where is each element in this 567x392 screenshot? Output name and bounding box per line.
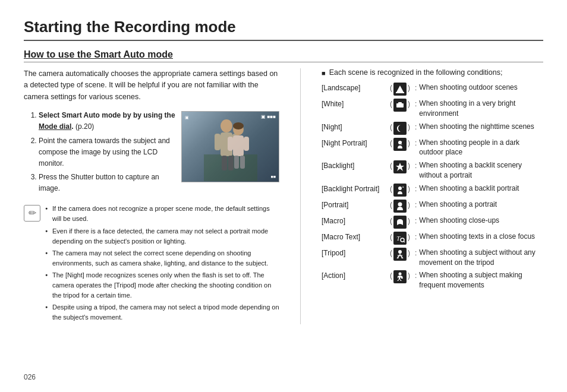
svg-text:T: T: [396, 235, 401, 242]
steps-section: Select Smart Auto mode by by using the M…: [24, 110, 279, 197]
scene-desc-macro: When shooting close-ups: [419, 216, 543, 226]
svg-rect-9: [228, 137, 233, 151]
scene-label-portrait: [Portrait]: [322, 200, 390, 210]
scene-row-night: [Night] ( ) : When shooting the nighttim…: [322, 122, 543, 135]
scene-desc-tripod: When shooting a subject without any move…: [419, 248, 543, 268]
scene-desc-backlight: When shooting a backlit scenery without …: [419, 160, 543, 181]
scene-desc-action: When shooting a subject making frequent …: [419, 270, 543, 290]
svg-marker-21: [402, 186, 404, 188]
svg-marker-19: [396, 163, 404, 171]
macro-text-icon: T: [393, 232, 407, 245]
right-column: Each scene is recognized in the followin…: [322, 68, 543, 324]
scene-row-landscape: [Landscape] ( ) : When shooting outdoor …: [322, 83, 543, 96]
svg-rect-10: [244, 137, 249, 151]
svg-rect-11: [234, 156, 239, 169]
svg-rect-17: [398, 102, 402, 105]
night-icon: [393, 122, 407, 135]
scene-label-backlight-portrait: [Backlight Portrait]: [322, 184, 390, 194]
note-item: The camera may not select the correct sc…: [45, 248, 279, 268]
scene-desc-macro-text: When shooting texts in a close focus: [419, 232, 543, 242]
scene-label-white: [White]: [322, 99, 390, 109]
landscape-icon: [393, 83, 407, 96]
svg-line-25: [404, 241, 405, 242]
scene-label-tripod: [Tripod]: [322, 248, 390, 258]
svg-point-27: [399, 273, 402, 276]
camera-preview-image: ▣■■■: [181, 111, 279, 182]
scene-row-macro-text: [Macro Text] ( T ) : When shooting texts…: [322, 232, 543, 245]
left-column: The camera automatically chooses the app…: [24, 68, 279, 324]
scene-label-macro: [Macro]: [322, 216, 390, 226]
scene-row-portrait: [Portrait] ( ) : When shooting a portrai…: [322, 200, 543, 213]
scene-label-backlight: [Backlight]: [322, 160, 390, 171]
scene-desc-landscape: When shooting outdoor scenes: [419, 83, 543, 93]
backlight-icon: [393, 160, 407, 173]
scene-label-macro-text: [Macro Text]: [322, 232, 390, 242]
section-subtitle: How to use the Smart Auto mode: [24, 49, 543, 62]
step-2: Point the camera towards the subject and…: [39, 135, 175, 170]
svg-marker-14: [396, 86, 404, 92]
steps-list: Select Smart Auto mode by by using the M…: [30, 110, 175, 197]
step-3: Press the Shutter button to capture an i…: [39, 172, 175, 194]
action-icon: [393, 270, 407, 283]
svg-point-26: [398, 250, 402, 254]
scene-row-action: [Action] ( ) : When shooting a subject m…: [322, 270, 543, 290]
portrait-icon: [393, 200, 407, 213]
column-divider: [300, 68, 301, 324]
scene-row-white: [White] ( ) : When shooting in a very br…: [322, 99, 543, 119]
svg-rect-8: [233, 135, 244, 156]
scene-desc-portrait: When shooting a portrait: [419, 200, 543, 210]
svg-point-1: [220, 119, 232, 132]
scene-row-backlight-portrait: [Backlight Portrait] ( ) : When shooting…: [322, 184, 543, 197]
scene-row-tripod: [Tripod] ( ) : When shooting a subject w…: [322, 248, 543, 268]
macro-icon: [393, 216, 407, 229]
note-item: If the camera does not recognize a prope…: [45, 204, 279, 224]
scene-intro: Each scene is recognized in the followin…: [322, 68, 543, 77]
page-title: Starting the Recording mode: [24, 18, 543, 41]
svg-rect-6: [228, 156, 234, 170]
step-1: Select Smart Auto mode by by using the M…: [39, 110, 175, 132]
scene-label-landscape: [Landscape]: [322, 83, 390, 93]
svg-point-22: [398, 202, 402, 206]
note-item: The [Night] mode recognizes scenes only …: [45, 270, 279, 301]
note-icon: ✏: [24, 205, 40, 222]
svg-rect-5: [222, 156, 227, 170]
svg-point-13: [233, 122, 244, 129]
scene-label-night-portrait: [Night Portrait]: [322, 138, 390, 148]
intro-text: The camera automatically chooses the app…: [24, 68, 279, 103]
scene-desc-night: When shooting the nighttime scenes: [419, 122, 543, 132]
scene-table: [Landscape] ( ) : When shooting outdoor …: [322, 83, 543, 290]
night-portrait-icon: [393, 138, 407, 151]
svg-rect-3: [215, 134, 220, 150]
scene-row-night-portrait: [Night Portrait] ( ) : When shooting peo…: [322, 138, 543, 158]
note-list: If the camera does not recognize a prope…: [45, 204, 279, 324]
svg-point-20: [398, 186, 402, 190]
scene-label-action: [Action]: [322, 270, 390, 281]
svg-rect-12: [240, 156, 245, 169]
note-item: Even if there is a face detected, the ca…: [45, 226, 279, 246]
scene-row-backlight: [Backlight] ( ) : When shooting a backli…: [322, 160, 543, 181]
backlight-portrait-icon: [393, 184, 407, 197]
scene-desc-backlight-portrait: When shooting a backlit portrait: [419, 184, 543, 194]
scene-label-night: [Night]: [322, 122, 390, 132]
white-icon: [393, 99, 407, 112]
camera-ui-overlay: ▣■■■: [261, 114, 276, 119]
note-item: Despite using a tripod, the camera may n…: [45, 302, 279, 323]
tripod-icon: [393, 248, 407, 261]
scene-desc-night-portrait: When shooting people in a dark outdoor p…: [419, 138, 543, 158]
scene-desc-white: When shooting in a very bright environme…: [419, 99, 543, 119]
svg-rect-15: [396, 92, 404, 93]
note-box: ✏ If the camera does not recognize a pro…: [24, 204, 279, 324]
scene-row-macro: [Macro] ( ) : When shooting close-ups: [322, 216, 543, 229]
page-number: 026: [24, 373, 36, 381]
